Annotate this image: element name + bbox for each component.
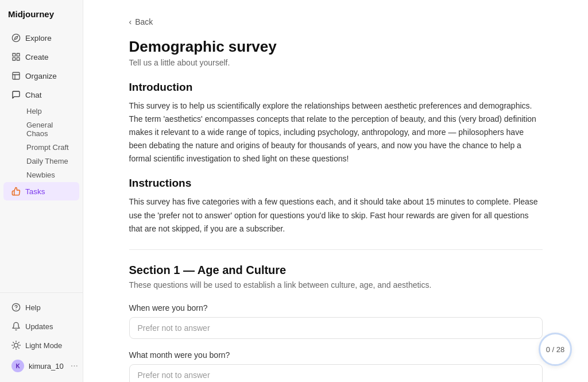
app-logo: Midjourney xyxy=(0,0,83,26)
sun-icon xyxy=(11,341,21,350)
sidebar-item-organize[interactable]: Organize xyxy=(3,67,79,85)
sidebar-bottom: Help Updates Light Mode K kimura_10 ··· xyxy=(0,292,83,382)
sidebar-item-organize-label: Organize xyxy=(25,72,57,80)
sidebar-subitem-prompt-craft[interactable]: Prompt Craft xyxy=(21,141,79,154)
help-circle-icon xyxy=(11,303,21,312)
sidebar-subitem-newbies[interactable]: Newbies xyxy=(21,168,79,182)
avatar: K xyxy=(11,360,24,372)
layout-icon xyxy=(11,71,21,80)
chat-subitems: Help General Chaos Prompt Craft Daily Th… xyxy=(0,105,83,182)
sidebar: Midjourney Explore Create xyxy=(0,0,83,382)
sidebar-item-create[interactable]: Create xyxy=(3,48,79,66)
sidebar-help-label: Help xyxy=(25,303,41,312)
svg-line-14 xyxy=(13,342,14,343)
user-profile-row[interactable]: K kimura_10 ··· xyxy=(3,355,79,377)
sidebar-subitem-daily-theme[interactable]: Daily Theme xyxy=(21,155,79,168)
sidebar-item-help-bottom[interactable]: Help xyxy=(3,298,79,317)
back-button[interactable]: ‹ Back xyxy=(129,17,543,26)
section1-title: Section 1 — Age and Culture xyxy=(129,264,543,277)
question-2-select[interactable]: Prefer not to answer xyxy=(129,364,543,382)
main-content: ‹ Back Demographic survey Tell us a litt… xyxy=(83,0,588,382)
svg-line-18 xyxy=(13,348,14,348)
progress-value: 0 / 28 xyxy=(546,345,565,354)
chat-icon xyxy=(11,90,21,99)
sidebar-updates-label: Updates xyxy=(25,322,53,331)
sidebar-nav: Explore Create Organize xyxy=(0,26,83,292)
back-chevron-icon: ‹ xyxy=(129,17,132,26)
bell-icon xyxy=(11,322,21,331)
svg-rect-4 xyxy=(17,57,20,60)
svg-line-19 xyxy=(18,342,19,343)
back-label: Back xyxy=(135,17,153,26)
sidebar-subitem-general-chaos[interactable]: General Chaos xyxy=(21,118,79,140)
sidebar-item-chat[interactable]: Chat xyxy=(3,86,79,104)
section1-subtitle: These questions will be used to establis… xyxy=(129,280,543,290)
sidebar-item-tasks-label: Tasks xyxy=(25,187,45,196)
sidebar-item-light-mode[interactable]: Light Mode xyxy=(3,336,79,354)
thumbs-up-icon xyxy=(11,187,21,196)
svg-point-0 xyxy=(12,34,20,41)
question-2-label: What month were you born? xyxy=(129,350,543,360)
svg-rect-5 xyxy=(13,57,16,60)
sidebar-item-explore[interactable]: Explore xyxy=(3,29,79,47)
grid-icon xyxy=(11,52,21,61)
instructions-heading: Instructions xyxy=(129,177,543,190)
compass-icon xyxy=(11,33,21,43)
instructions-body: This survey has five categories with a f… xyxy=(129,195,543,235)
progress-indicator: 0 / 28 xyxy=(539,333,572,366)
question-1-select[interactable]: Prefer not to answer xyxy=(129,317,543,339)
svg-rect-6 xyxy=(13,72,20,79)
svg-marker-1 xyxy=(14,36,18,40)
svg-point-11 xyxy=(14,344,18,348)
svg-line-15 xyxy=(18,348,19,348)
survey-title: Demographic survey xyxy=(129,38,543,56)
sidebar-item-create-label: Create xyxy=(25,53,49,61)
svg-rect-2 xyxy=(13,53,16,56)
question-1-label: When were you born? xyxy=(129,303,543,312)
survey-subtitle: Tell us a little about yourself. xyxy=(129,58,543,67)
section-divider xyxy=(129,249,543,250)
svg-rect-3 xyxy=(17,53,20,56)
intro-heading: Introduction xyxy=(129,81,543,94)
sidebar-item-tasks[interactable]: Tasks xyxy=(3,182,79,200)
more-options-button[interactable]: ··· xyxy=(68,360,80,372)
sidebar-subitem-help[interactable]: Help xyxy=(21,105,79,118)
username: kimura_10 xyxy=(29,362,64,371)
sidebar-item-updates[interactable]: Updates xyxy=(3,317,79,335)
intro-body: This survey is to help us scientifically… xyxy=(129,99,543,165)
sidebar-item-explore-label: Explore xyxy=(25,34,52,43)
sidebar-chat-label: Chat xyxy=(25,91,42,99)
sidebar-light-mode-label: Light Mode xyxy=(25,341,62,350)
